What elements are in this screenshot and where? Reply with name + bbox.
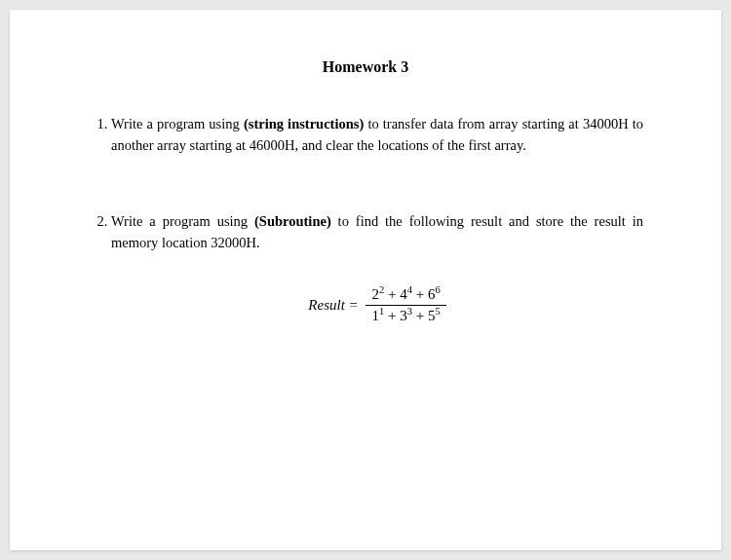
formula-block: Result = 22 + 44 + 66 11 + 33 + 55 [111,285,643,326]
question-1: Write a program using (string instructio… [111,113,643,157]
num-t2-base: 4 [400,286,407,302]
den-t2-base: 3 [400,308,407,323]
q2-text-bold: (Subroutine) [254,213,331,229]
fraction: 22 + 44 + 66 11 + 33 + 55 [366,285,445,326]
plus-2: + [412,286,428,302]
plus-1: + [384,286,400,302]
plus-3: + [384,308,400,323]
den-t3-exp: 5 [435,306,440,317]
equals-sign: = [349,297,359,313]
num-t3-exp: 6 [435,284,440,295]
den-t1-base: 1 [371,308,379,323]
page-title: Homework 3 [88,58,643,76]
num-t1-base: 2 [371,286,379,302]
q2-text-pre: Write a program using [111,213,254,229]
q1-text-bold: (string instructions) [244,116,364,131]
question-list: Write a program using (string instructio… [88,113,643,326]
plus-4: + [412,308,428,323]
document-page: Homework 3 Write a program using (string… [10,10,721,550]
denominator: 11 + 33 + 55 [366,306,445,326]
question-2: Write a program using (Subroutine) to fi… [111,210,643,326]
formula-label: Result [308,297,345,313]
q1-text-pre: Write a program using [111,116,244,131]
numerator: 22 + 44 + 66 [366,285,445,307]
